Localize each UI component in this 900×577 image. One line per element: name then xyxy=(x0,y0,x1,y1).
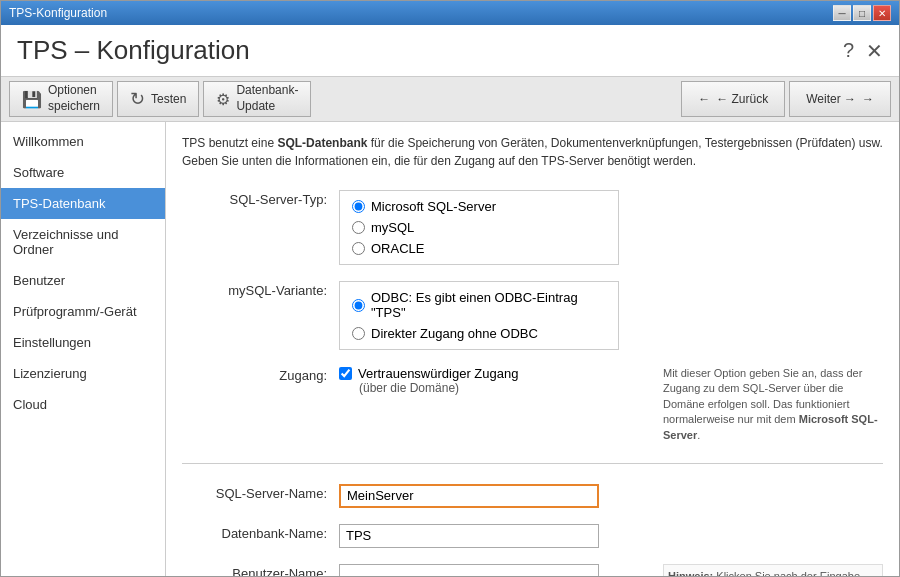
zugang-control: Vertrauenswürdiger Zugang (über die Domä… xyxy=(339,366,643,395)
divider xyxy=(182,463,883,464)
sidebar-item-lizenzierung[interactable]: Lizenzierung xyxy=(1,358,165,389)
hinweis-title: Hinweis: xyxy=(668,570,713,576)
zugang-subtext: (über die Domäne) xyxy=(359,381,643,395)
window-close-button[interactable]: ✕ xyxy=(873,5,891,21)
update-icon: ⚙ xyxy=(216,90,230,109)
sidebar-item-software[interactable]: Software xyxy=(1,157,165,188)
next-arrow-icon: → xyxy=(862,92,874,106)
title-bar-controls: ─ □ ✕ xyxy=(833,5,891,21)
info-text: TPS benutzt eine SQL-Datenbank für die S… xyxy=(182,134,883,170)
user-name-control xyxy=(339,564,651,576)
sidebar-item-verzeichnisse[interactable]: Verzeichnisse und Ordner xyxy=(1,219,165,265)
radio-mssql-input[interactable] xyxy=(352,200,365,213)
save-options-button[interactable]: 💾 Optionenspeichern xyxy=(9,81,113,117)
radio-direct[interactable]: Direkter Zugang ohne ODBC xyxy=(352,326,606,341)
sidebar-item-willkommen[interactable]: Willkommen xyxy=(1,126,165,157)
radio-odbc[interactable]: ODBC: Es gibt einen ODBC-Eintrag "TPS" xyxy=(352,290,606,320)
sidebar: Willkommen Software TPS-Datenbank Verzei… xyxy=(1,122,166,576)
radio-odbc-input[interactable] xyxy=(352,299,365,312)
sidebar-item-einstellungen[interactable]: Einstellungen xyxy=(1,327,165,358)
next-label: Weiter → xyxy=(806,92,856,106)
header: TPS – Konfiguration ? ✕ xyxy=(1,25,899,77)
content-area: Willkommen Software TPS-Datenbank Verzei… xyxy=(1,122,899,576)
maximize-button[interactable]: □ xyxy=(853,5,871,21)
db-name-label: Datenbank-Name: xyxy=(182,524,327,541)
radio-direct-input[interactable] xyxy=(352,327,365,340)
back-label: ← Zurück xyxy=(716,92,768,106)
minimize-button[interactable]: ─ xyxy=(833,5,851,21)
test-label: Testen xyxy=(151,92,186,106)
db-name-input[interactable] xyxy=(339,524,599,548)
server-name-label: SQL-Server-Name: xyxy=(182,484,327,501)
trusted-connection-label[interactable]: Vertrauenswürdiger Zugang xyxy=(339,366,643,381)
window-title: TPS-Konfiguration xyxy=(9,6,107,20)
test-button[interactable]: ↻ Testen xyxy=(117,81,199,117)
test-icon: ↻ xyxy=(130,88,145,110)
sidebar-item-benutzer[interactable]: Benutzer xyxy=(1,265,165,296)
header-close-icon[interactable]: ✕ xyxy=(866,39,883,63)
main-panel: TPS benutzt eine SQL-Datenbank für die S… xyxy=(166,122,899,576)
page-title: TPS – Konfiguration xyxy=(17,35,250,66)
sidebar-item-tps-datenbank[interactable]: TPS-Datenbank xyxy=(1,188,165,219)
next-button[interactable]: Weiter → → xyxy=(789,81,891,117)
sql-server-type-group: Microsoft SQL-Server mySQL ORACLE xyxy=(339,190,619,265)
title-bar: TPS-Konfiguration ─ □ ✕ xyxy=(1,1,899,25)
radio-oracle[interactable]: ORACLE xyxy=(352,241,606,256)
mysql-variant-label: mySQL-Variante: xyxy=(182,281,327,298)
radio-mssql[interactable]: Microsoft SQL-Server xyxy=(352,199,606,214)
server-name-input[interactable] xyxy=(339,484,599,508)
hinweis-box: Hinweis: Klicken Sie nach der Eingabe au… xyxy=(663,564,883,576)
zugang-row: Zugang: Vertrauenswürdiger Zugang (über … xyxy=(182,362,883,447)
radio-oracle-input[interactable] xyxy=(352,242,365,255)
form-section: SQL-Server-Typ: Microsoft SQL-Server myS… xyxy=(182,186,883,576)
help-icon[interactable]: ? xyxy=(843,39,854,62)
radio-mysql-input[interactable] xyxy=(352,221,365,234)
save-options-label: Optionenspeichern xyxy=(48,83,100,114)
user-name-row: Benutzer-Name: xyxy=(182,560,651,576)
sidebar-item-cloud[interactable]: Cloud xyxy=(1,389,165,420)
user-name-input[interactable] xyxy=(339,564,599,576)
back-button[interactable]: ← ← Zurück xyxy=(681,81,785,117)
user-name-label: Benutzer-Name: xyxy=(182,564,327,576)
sql-server-type-label: SQL-Server-Typ: xyxy=(182,190,327,207)
main-window: TPS-Konfiguration ─ □ ✕ TPS – Konfigurat… xyxy=(0,0,900,577)
back-arrow-icon: ← xyxy=(698,92,710,106)
mysql-variant-row: mySQL-Variante: ODBC: Es gibt einen ODBC… xyxy=(182,277,883,354)
update-label: Datenbank-Update xyxy=(236,83,298,114)
db-update-button[interactable]: ⚙ Datenbank-Update xyxy=(203,81,311,117)
server-name-control xyxy=(339,484,883,508)
header-actions: ? ✕ xyxy=(843,39,883,63)
sql-server-type-row: SQL-Server-Typ: Microsoft SQL-Server myS… xyxy=(182,186,883,269)
trusted-connection-checkbox[interactable] xyxy=(339,367,352,380)
db-name-row: Datenbank-Name: xyxy=(182,520,883,552)
db-name-control xyxy=(339,524,883,548)
radio-mysql[interactable]: mySQL xyxy=(352,220,606,235)
zugang-label: Zugang: xyxy=(182,366,327,383)
toolbar: 💾 Optionenspeichern ↻ Testen ⚙ Datenbank… xyxy=(1,77,899,122)
server-name-row: SQL-Server-Name: xyxy=(182,480,883,512)
mysql-variant-group: ODBC: Es gibt einen ODBC-Eintrag "TPS" D… xyxy=(339,281,619,350)
trusted-connection-note: Mit dieser Option geben Sie an, dass der… xyxy=(663,366,883,443)
save-icon: 💾 xyxy=(22,90,42,109)
sidebar-item-pruefprogramm[interactable]: Prüfprogramm/-Gerät xyxy=(1,296,165,327)
